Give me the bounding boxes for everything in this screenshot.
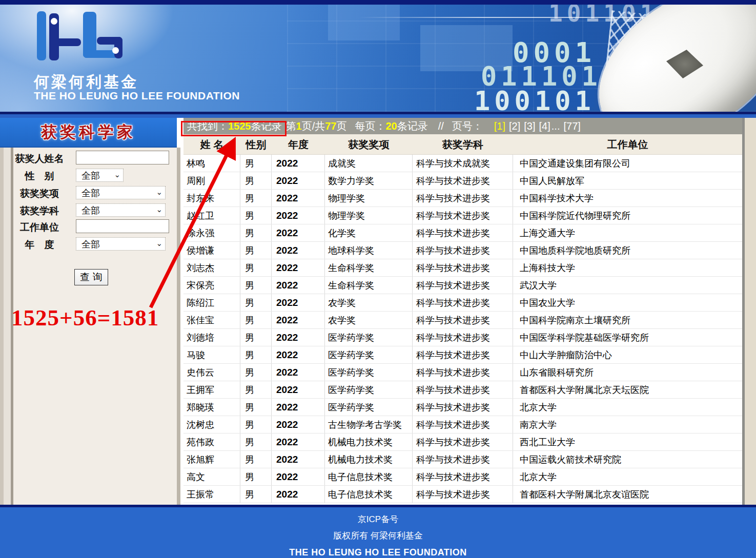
cell-name: 刘德培 [183, 329, 240, 346]
field-label-discipline: 获奖学科 [4, 204, 75, 218]
cell-year: 2022 [272, 433, 325, 450]
cell-award: 医学药学奖 [325, 329, 413, 346]
cell-year: 2022 [272, 329, 325, 346]
field-label-year: 年 度 [4, 238, 75, 252]
cell-unit: 中山大学肿瘤防治中心 [513, 346, 742, 363]
search-button[interactable]: 查 询 [74, 269, 108, 285]
cell-year: 2022 [272, 486, 325, 503]
cell-gender: 男 [240, 346, 272, 363]
footer-foundation-name: THE HO LEUNG HO LEE FOUNDATION [0, 547, 756, 558]
table-row: 高文男2022电子信息技术奖科学与技术进步奖北京大学 [183, 468, 742, 486]
cell-name: 侯增谦 [183, 242, 240, 259]
page: 10110100001011101100101 何梁何利基金 THE HO LE… [0, 0, 756, 558]
table-row: 郑晓瑛男2022医学药学奖科学与技术进步奖北京大学 [183, 399, 742, 416]
work-unit-input[interactable] [76, 219, 169, 233]
cell-discipline: 科学与技术进步奖 [413, 277, 513, 294]
cell-unit: 北京大学 [513, 468, 742, 485]
cell-gender: 男 [240, 364, 272, 381]
cell-name: 沈树忠 [183, 416, 240, 433]
sidebar-banner: 获奖科学家 [0, 118, 177, 148]
cell-unit: 南京大学 [513, 416, 742, 433]
gender-select[interactable]: 全部⌄ [76, 169, 124, 182]
annotation-box [181, 121, 287, 136]
cell-gender: 男 [240, 172, 272, 189]
cell-name: 林鸣 [183, 155, 240, 172]
cell-unit: 首都医科大学附属北京天坛医院 [513, 381, 742, 398]
cell-unit: 武汉大学 [513, 277, 742, 294]
award-select[interactable]: 全部⌄ [76, 186, 166, 199]
top-navy-bar [0, 0, 756, 5]
table-row: 王拥军男2022医学药学奖科学与技术进步奖首都医科大学附属北京天坛医院 [183, 381, 742, 399]
cell-name: 史伟云 [183, 364, 240, 381]
cell-discipline: 科学与技术进步奖 [413, 451, 513, 468]
cell-award: 古生物学考古学奖 [325, 416, 413, 433]
col-header-discipline: 获奖学科 [413, 134, 513, 154]
cell-discipline: 科学与技术进步奖 [413, 259, 513, 276]
award-select-value: 全部 [81, 188, 100, 198]
discipline-select[interactable]: 全部⌄ [76, 203, 166, 217]
cell-gender: 男 [240, 277, 272, 294]
cell-gender: 男 [240, 242, 272, 259]
form-row-gender: 性 别全部⌄ [0, 168, 177, 182]
awardee-name-input[interactable] [76, 151, 169, 164]
table-header-row: 姓 名 性别 年度 获奖奖项 获奖学科 工作单位 [183, 134, 742, 155]
separator-slashes: // [438, 120, 444, 132]
cell-year: 2022 [272, 242, 325, 259]
table-row: 马骏男2022医学药学奖科学与技术进步奖中山大学肿瘤防治中心 [183, 346, 742, 364]
pagination-page-2[interactable]: [2] [509, 120, 520, 132]
cell-gender: 男 [240, 259, 272, 276]
cell-discipline: 科学与技术进步奖 [413, 399, 513, 416]
cell-year: 2022 [272, 468, 325, 485]
cell-year: 2022 [272, 277, 325, 294]
table-row: 史伟云男2022医学药学奖科学与技术进步奖山东省眼科研究所 [183, 364, 742, 381]
search-form: 获奖人姓名性 别全部⌄获奖奖项全部⌄获奖学科全部⌄工作单位年 度全部⌄ [0, 148, 177, 260]
results-table: 姓 名 性别 年度 获奖奖项 获奖学科 工作单位 林鸣男2022成就奖科学与技术… [183, 134, 742, 503]
table-row: 刘德培男2022医学药学奖科学与技术进步奖中国医学科学院基础医学研究所 [183, 329, 742, 346]
pagination-page-4[interactable]: [4] [539, 120, 550, 132]
cell-discipline: 科学与技术成就奖 [413, 155, 513, 172]
page-footer: 京ICP备号 版权所有 何梁何利基金 THE HO LEUNG HO LEE F… [0, 505, 756, 558]
cell-gender: 男 [240, 451, 272, 468]
cell-discipline: 科学与技术进步奖 [413, 486, 513, 503]
cell-discipline: 科学与技术进步奖 [413, 224, 513, 241]
cell-name: 苑伟政 [183, 433, 240, 450]
cell-year: 2022 [272, 451, 325, 468]
cell-year: 2022 [272, 381, 325, 398]
cell-unit: 上海科技大学 [513, 259, 742, 276]
cell-gender: 男 [240, 381, 272, 398]
pagination-page-1[interactable]: [1] [494, 120, 505, 132]
cell-discipline: 科学与技术进步奖 [413, 416, 513, 433]
cell-award: 电子信息技术奖 [325, 468, 413, 485]
site-header-banner: 10110100001011101100101 何梁何利基金 THE HO LE… [0, 5, 756, 112]
cell-unit: 中国地质科学院地质研究所 [513, 242, 742, 259]
cell-gender: 男 [240, 433, 272, 450]
icp-record-link[interactable]: 京ICP备号 [358, 514, 398, 525]
cell-gender: 男 [240, 312, 272, 328]
cell-name: 张佳宝 [183, 312, 240, 328]
col-header-award: 获奖奖项 [325, 134, 413, 154]
cell-award: 医学药学奖 [325, 346, 413, 363]
gender-select-value: 全部 [81, 171, 100, 181]
form-row-work-unit: 工作单位 [0, 219, 177, 234]
cell-discipline: 科学与技术进步奖 [413, 190, 513, 206]
results-table-body: 林鸣男2022成就奖科学与技术成就奖中国交通建设集团有限公司周刚男2022数学力… [183, 155, 742, 503]
cell-gender: 男 [240, 329, 272, 346]
cell-name: 封东来 [183, 190, 240, 206]
cell-gender: 男 [240, 416, 272, 433]
pagination-page-3[interactable]: [3] [524, 120, 535, 132]
cell-discipline: 科学与技术进步奖 [413, 364, 513, 381]
form-row-award: 获奖奖项全部⌄ [0, 185, 177, 200]
pagination-page-77[interactable]: [77] [563, 120, 580, 132]
sidebar-title: 获奖科学家 [41, 121, 136, 143]
year-select[interactable]: 全部⌄ [76, 237, 166, 251]
foundation-logo [36, 11, 126, 63]
page-prefix: 第 [286, 120, 296, 132]
cell-year: 2022 [272, 364, 325, 381]
cell-gender: 男 [240, 190, 272, 206]
cell-gender: 男 [240, 155, 272, 172]
pagination: [1][2][3][4]...[77] [494, 120, 584, 132]
cell-year: 2022 [272, 172, 325, 189]
cell-unit: 山东省眼科研究所 [513, 364, 742, 381]
table-row: 陈绍江男2022农学奖科学与技术进步奖中国农业大学 [183, 294, 742, 312]
chevron-down-icon: ⌄ [114, 170, 120, 179]
